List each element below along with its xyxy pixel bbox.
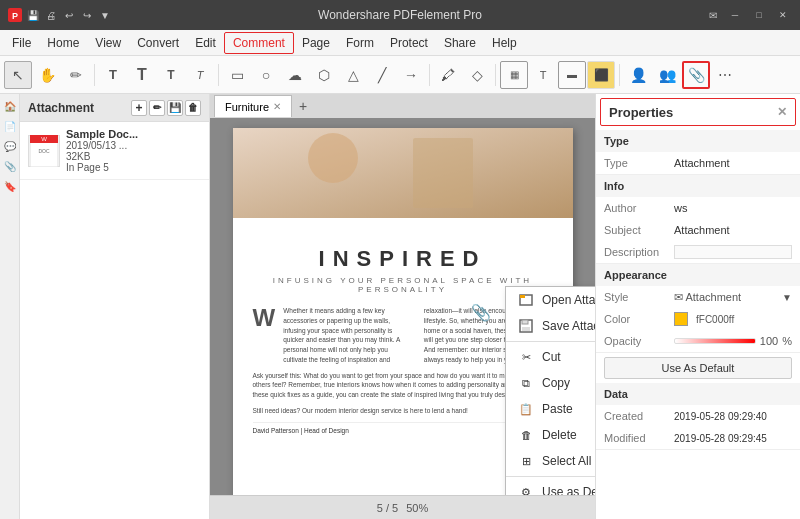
text-tool-3[interactable]: T	[157, 61, 185, 89]
ctx-open-attachment[interactable]: Open Attachment	[506, 287, 595, 313]
undo-icon[interactable]: ↩	[62, 8, 76, 22]
data-section-header[interactable]: Data	[596, 383, 800, 405]
redo-icon[interactable]: ↪	[80, 8, 94, 22]
text-tool-4[interactable]: T	[186, 61, 214, 89]
menu-protect[interactable]: Protect	[382, 33, 436, 53]
description-value[interactable]	[674, 245, 792, 259]
ctx-paste[interactable]: 📋 Paste Ctrl+V	[506, 396, 595, 422]
menu-view[interactable]: View	[87, 33, 129, 53]
attachment-size: 32KB	[66, 151, 138, 162]
maximize-button[interactable]: □	[750, 6, 768, 24]
cloud-tool[interactable]: ☁	[281, 61, 309, 89]
pdf-header-image	[233, 128, 573, 218]
attachment-date: 2019/05/13 ...	[66, 140, 138, 151]
panel-save-btn[interactable]: 💾	[167, 100, 183, 116]
menu-convert[interactable]: Convert	[129, 33, 187, 53]
quick-save-icon[interactable]: 💾	[26, 8, 40, 22]
edit-tool[interactable]: ✏	[62, 61, 90, 89]
info-section: Info Author ws Subject Attachment Descri…	[596, 175, 800, 264]
panel-edit-btn[interactable]: ✏	[149, 100, 165, 116]
print-icon[interactable]: 🖨	[44, 8, 58, 22]
properties-close-btn[interactable]: ✕	[777, 105, 787, 119]
ctx-divider-1	[506, 341, 595, 342]
ctx-use-default[interactable]: ⚙ Use as Default	[506, 479, 595, 495]
triangle-tool[interactable]: △	[339, 61, 367, 89]
customize-icon[interactable]: ▼	[98, 8, 112, 22]
bookmark-sidebar-icon[interactable]: 🔖	[2, 178, 18, 194]
subject-label: Subject	[604, 224, 674, 236]
polygon-tool[interactable]: ⬡	[310, 61, 338, 89]
menu-edit[interactable]: Edit	[187, 33, 224, 53]
users-tool[interactable]: 👥	[653, 61, 681, 89]
ctx-copy[interactable]: ⧉ Copy Ctrl+C	[506, 370, 595, 396]
mail-icon[interactable]: ✉	[706, 8, 720, 22]
close-button[interactable]: ✕	[774, 6, 792, 24]
erase-tool[interactable]: ◇	[463, 61, 491, 89]
ctx-save-label: Save Attachment	[542, 319, 595, 333]
attachment-pin[interactable]: 📎	[471, 303, 491, 323]
menu-comment[interactable]: Comment	[224, 32, 294, 54]
menu-file[interactable]: File	[4, 33, 39, 53]
ellipse-tool[interactable]: ○	[252, 61, 280, 89]
text-tool-2[interactable]: T	[128, 61, 156, 89]
color-swatch[interactable]	[674, 312, 688, 326]
ctx-save-attachment[interactable]: Save Attachment	[506, 313, 595, 339]
comment-sidebar-icon[interactable]: 💬	[2, 138, 18, 154]
ctx-cut[interactable]: ✂ Cut Ctrl+X	[506, 344, 595, 370]
sep4	[495, 64, 496, 86]
stamp-tool-1[interactable]: ▦	[500, 61, 528, 89]
tab-close-icon[interactable]: ✕	[273, 101, 281, 112]
sep2	[218, 64, 219, 86]
type-section-header[interactable]: Type	[596, 130, 800, 152]
sticky-tool[interactable]: ⬛	[587, 61, 615, 89]
line-tool[interactable]: ╱	[368, 61, 396, 89]
menu-share[interactable]: Share	[436, 33, 484, 53]
select-tool[interactable]: ↖	[4, 61, 32, 89]
style-label: Style	[604, 291, 674, 303]
tab-add-button[interactable]: +	[294, 97, 312, 115]
minimize-button[interactable]: ─	[726, 6, 744, 24]
attachment-sidebar-icon[interactable]: 📎	[2, 158, 18, 174]
ctx-delete[interactable]: 🗑 Delete Del	[506, 422, 595, 448]
opacity-slider[interactable]	[674, 338, 756, 344]
pdf-viewer[interactable]: INSPIRED INFUSING YOUR PERSONAL SPACE WI…	[210, 118, 595, 495]
title-bar-left: P 💾 🖨 ↩ ↪ ▼	[8, 8, 112, 22]
info-section-header[interactable]: Info	[596, 175, 800, 197]
ctx-cut-label: Cut	[542, 350, 561, 364]
rect-tool[interactable]: ▭	[223, 61, 251, 89]
attachment-item[interactable]: W DOC Sample Doc... 2019/05/13 ... 32KB …	[20, 122, 209, 180]
panel-add-btn[interactable]: +	[131, 100, 147, 116]
menu-help[interactable]: Help	[484, 33, 525, 53]
paste-icon: 📋	[518, 401, 534, 417]
pages-sidebar-icon[interactable]: 📄	[2, 118, 18, 134]
menu-home[interactable]: Home	[39, 33, 87, 53]
text-tool-1[interactable]: T	[99, 61, 127, 89]
page-bar: 5 / 5 50%	[210, 495, 595, 519]
style-row: Style ✉ Attachment ▼	[596, 286, 800, 308]
arrow-tool[interactable]: →	[397, 61, 425, 89]
svg-rect-6	[233, 128, 573, 218]
ctx-select-all[interactable]: ⊞ Select All Ctrl+A	[506, 448, 595, 474]
panel-delete-btn[interactable]: 🗑	[185, 100, 201, 116]
appearance-section-header[interactable]: Appearance	[596, 264, 800, 286]
hand-tool[interactable]: ✋	[33, 61, 61, 89]
ctx-select-label: Select All	[542, 454, 591, 468]
highlight-tool[interactable]: 🖍	[434, 61, 462, 89]
appearance-section: Appearance Style ✉ Attachment ▼ Color fF…	[596, 264, 800, 353]
style-dropdown-icon[interactable]: ▼	[782, 292, 792, 303]
menu-page[interactable]: Page	[294, 33, 338, 53]
menu-form[interactable]: Form	[338, 33, 382, 53]
callout-tool[interactable]: ▬	[558, 61, 586, 89]
ctx-delete-label: Delete	[542, 428, 577, 442]
attachment-tool[interactable]: 📎	[682, 61, 710, 89]
open-attachment-icon	[518, 292, 534, 308]
modified-row: Modified 2019-05-28 09:29:45	[596, 427, 800, 449]
text-box-tool[interactable]: T	[529, 61, 557, 89]
right-panel: Properties ✕ Type Type Attachment Info A…	[595, 94, 800, 519]
home-sidebar-icon[interactable]: 🏠	[2, 98, 18, 114]
tab-furniture[interactable]: Furniture ✕	[214, 95, 292, 117]
user-tool[interactable]: 👤	[624, 61, 652, 89]
use-as-default-btn[interactable]: Use As Default	[604, 357, 792, 379]
more-tools[interactable]: ⋯	[711, 61, 739, 89]
menu-bar: File Home View Convert Edit Comment Page…	[0, 30, 800, 56]
